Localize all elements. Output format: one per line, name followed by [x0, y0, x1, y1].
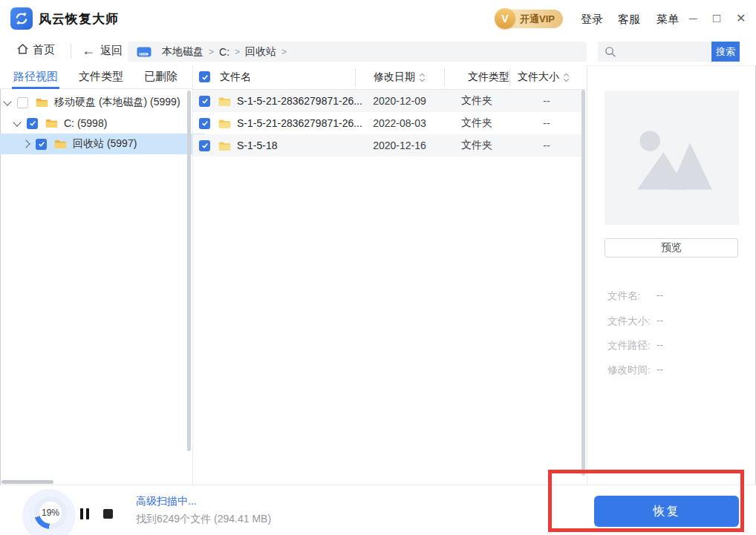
- search-input[interactable]: [621, 44, 711, 60]
- file-name: S-1-5-21-2836279871-26...: [237, 117, 362, 129]
- tree-item-recycle-bin[interactable]: 回收站 (5997): [0, 134, 205, 154]
- file-type: 文件夹: [444, 116, 509, 130]
- field-value-modified: --: [656, 364, 663, 375]
- sidebar-tabs: 路径视图 文件类型 已删除: [0, 65, 192, 89]
- search-icon: [605, 46, 616, 58]
- search-button[interactable]: 搜索: [711, 42, 740, 62]
- column-separator: [444, 68, 445, 86]
- field-value-filename: --: [656, 289, 663, 301]
- column-header-name[interactable]: 文件名: [220, 65, 251, 89]
- menu-link[interactable]: 菜单: [656, 13, 679, 27]
- row-checkbox-checked[interactable]: [199, 140, 210, 151]
- found-files-text: 找到6249个文件 (294.41 MB): [136, 513, 271, 526]
- file-name: S-1-5-18: [237, 140, 277, 151]
- close-icon[interactable]: ✕: [736, 12, 746, 25]
- stop-button[interactable]: [103, 509, 113, 519]
- field-label-modified: 修改时间:: [607, 364, 651, 377]
- checkbox-checked[interactable]: [27, 118, 38, 129]
- table-header: 文件名 修改日期 文件类型 文件大小: [193, 65, 587, 90]
- folder-icon: [218, 96, 231, 107]
- tree-item-label: 移动硬盘 (本地磁盘) (5999): [54, 96, 180, 109]
- tab-deleted[interactable]: 已删除: [143, 65, 179, 89]
- column-header-size[interactable]: 文件大小: [518, 65, 570, 89]
- sidebar-horizontal-scrollbar[interactable]: [1, 480, 53, 484]
- column-separator: [355, 68, 356, 86]
- column-header-date-label: 修改日期: [374, 70, 415, 84]
- tree-item-label: C: (5998): [64, 117, 107, 129]
- field-label-filesize: 文件大小:: [607, 315, 651, 328]
- file-type: 文件夹: [444, 94, 509, 108]
- nav-divider: [71, 44, 71, 59]
- table-vertical-scrollbar[interactable]: [581, 90, 585, 476]
- progress-ring: 19%: [34, 496, 67, 529]
- file-date: 2022-08-03: [355, 117, 444, 129]
- tab-path-view[interactable]: 路径视图: [12, 65, 59, 89]
- sort-icon[interactable]: [418, 72, 426, 83]
- breadcrumb-segment-disk[interactable]: 本地磁盘: [162, 45, 203, 59]
- chevron-down-icon[interactable]: [13, 118, 21, 126]
- row-checkbox-checked[interactable]: [199, 96, 210, 107]
- preview-button[interactable]: 预览: [605, 238, 738, 257]
- login-link[interactable]: 登录: [581, 13, 603, 27]
- vip-label: 开通VIP: [520, 13, 555, 26]
- tree-item-disk[interactable]: 移动硬盘 (本地磁盘) (5999): [0, 92, 192, 113]
- select-all-checkbox[interactable]: [199, 71, 210, 82]
- file-date: 2020-12-16: [355, 140, 444, 151]
- support-link[interactable]: 客服: [618, 13, 640, 27]
- table-row[interactable]: S-1-5-21-2836279871-26... 2020-12-09 文件夹…: [193, 90, 581, 112]
- tab-file-type[interactable]: 文件类型: [77, 65, 125, 89]
- panel-divider: [587, 65, 587, 485]
- field-label-filename: 文件名:: [607, 289, 640, 303]
- checkbox-unchecked[interactable]: [17, 97, 28, 108]
- field-value-filepath: --: [656, 339, 663, 350]
- app-title: 风云恢复大师: [39, 10, 119, 27]
- breadcrumb-segment-recycle[interactable]: 回收站: [245, 45, 276, 59]
- status-bar: 19% 高级扫描中... 找到6249个文件 (294.41 MB) 恢复: [0, 485, 756, 535]
- home-button[interactable]: 首页: [16, 43, 55, 57]
- sidebar-vertical-scrollbar[interactable]: [187, 91, 191, 451]
- folder-icon: [45, 118, 58, 128]
- file-date: 2020-12-09: [355, 95, 444, 107]
- column-header-type[interactable]: 文件类型: [456, 65, 521, 89]
- preview-placeholder: [605, 91, 739, 225]
- folder-icon: [36, 97, 48, 108]
- back-arrow-icon: ←: [82, 43, 95, 58]
- file-type: 文件夹: [444, 139, 509, 152]
- recover-button[interactable]: 恢复: [594, 496, 739, 527]
- vip-button[interactable]: V 开通VIP: [496, 10, 563, 28]
- breadcrumb-segment-c[interactable]: C:: [219, 46, 229, 58]
- checkbox-checked[interactable]: [36, 139, 47, 150]
- minimize-icon[interactable]: ─: [689, 12, 697, 25]
- tree-item-c-drive[interactable]: C: (5998): [0, 113, 201, 134]
- scan-status-text: 高级扫描中...: [136, 495, 197, 508]
- file-size: --: [509, 140, 584, 151]
- drive-icon: [137, 46, 151, 58]
- column-header-date[interactable]: 修改日期: [374, 65, 426, 89]
- breadcrumb: 本地磁盘 > C: > 回收站 >: [128, 42, 587, 62]
- table-row[interactable]: S-1-5-18 2020-12-16 文件夹 --: [193, 134, 581, 157]
- breadcrumb-separator: >: [235, 47, 240, 57]
- field-value-filesize: --: [656, 315, 663, 326]
- home-label: 首页: [33, 43, 55, 56]
- field-label-filepath: 文件路径:: [607, 339, 651, 352]
- folder-icon: [54, 139, 67, 149]
- chevron-down-icon[interactable]: [3, 97, 11, 105]
- title-bar: 风云恢复大师 V 开通VIP 登录 客服 菜单 ─ □ ✕: [0, 0, 756, 38]
- sort-icon[interactable]: [562, 72, 570, 83]
- maximize-icon[interactable]: □: [713, 12, 720, 25]
- search-box: [598, 42, 711, 62]
- back-label: 返回: [100, 44, 123, 56]
- table-row[interactable]: S-1-5-21-2836279871-26... 2022-08-03 文件夹…: [193, 112, 581, 134]
- file-size: --: [509, 117, 584, 129]
- row-checkbox-checked[interactable]: [199, 118, 210, 129]
- folder-icon: [218, 118, 231, 129]
- folder-icon: [218, 140, 231, 151]
- breadcrumb-separator: >: [281, 47, 287, 57]
- app-window: 风云恢复大师 V 开通VIP 登录 客服 菜单 ─ □ ✕ 首页 ←返回: [0, 0, 756, 535]
- back-button[interactable]: ←返回: [82, 43, 123, 59]
- tree-item-label: 回收站 (5997): [73, 137, 137, 151]
- pause-button[interactable]: [80, 508, 91, 519]
- file-name: S-1-5-21-2836279871-26...: [237, 95, 362, 107]
- chevron-right-icon[interactable]: [22, 140, 30, 148]
- column-header-size-label: 文件大小: [518, 70, 559, 84]
